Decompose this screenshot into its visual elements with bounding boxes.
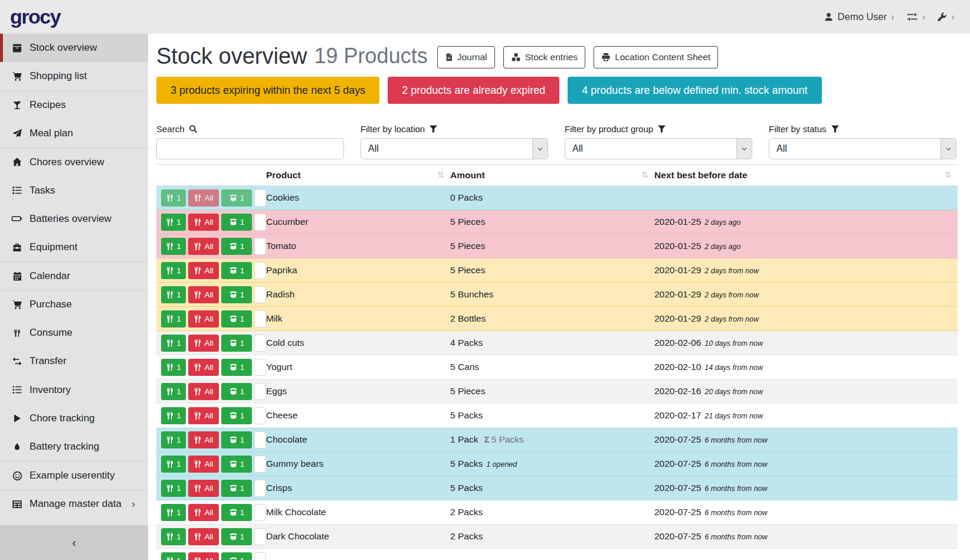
info-banner[interactable]: 4 products are below defined min. stock … <box>568 77 821 104</box>
open-one-button[interactable]: 1 <box>221 528 252 545</box>
consume-one-button[interactable]: 1 <box>161 286 186 303</box>
location-select[interactable]: All <box>361 138 548 159</box>
consume-all-button[interactable]: All <box>188 504 219 521</box>
open-one-button[interactable]: 1 <box>221 504 252 521</box>
row-menu-button[interactable] <box>254 238 266 255</box>
consume-one-button[interactable]: 1 <box>161 456 186 473</box>
location-content-sheet-button[interactable]: Location Content Sheet <box>594 46 718 68</box>
consume-one-button[interactable]: 1 <box>161 189 186 207</box>
product-cell[interactable]: Cheese <box>266 404 450 428</box>
consume-all-button[interactable]: All <box>188 431 219 448</box>
row-menu-button[interactable] <box>254 480 266 497</box>
product-cell[interactable]: Gummy bears <box>266 452 450 476</box>
consume-one-button[interactable]: 1 <box>161 480 186 497</box>
open-one-button[interactable]: 1 <box>221 310 252 328</box>
product-cell[interactable]: Dark Chocolate <box>266 525 450 549</box>
status-select[interactable]: All <box>769 138 956 159</box>
product-cell[interactable] <box>266 549 450 560</box>
consume-all-button[interactable]: All <box>188 189 219 207</box>
consume-one-button[interactable]: 1 <box>161 383 186 400</box>
product-cell[interactable]: Cold cuts <box>266 331 450 355</box>
sidebar-item-stock-overview[interactable]: Stock overview <box>0 34 148 62</box>
row-menu-button[interactable] <box>254 286 266 303</box>
sort-icon[interactable]: ⇅ <box>945 170 952 179</box>
open-one-button[interactable]: 1 <box>221 383 252 400</box>
product-cell[interactable]: Crisps <box>266 476 450 500</box>
consume-all-button[interactable]: All <box>188 262 219 279</box>
product-cell[interactable]: Chocolate <box>266 428 450 452</box>
sidebar-item-consume[interactable]: Consume <box>0 319 148 347</box>
settings-menu[interactable]: › <box>906 12 926 22</box>
consume-one-button[interactable]: 1 <box>161 504 186 521</box>
consume-all-button[interactable]: All <box>188 407 219 424</box>
product-column-header[interactable]: Product ⇅ <box>266 165 450 186</box>
row-menu-button[interactable] <box>254 335 266 352</box>
consume-one-button[interactable]: 1 <box>161 335 186 352</box>
open-one-button[interactable]: 1 <box>221 359 252 376</box>
open-one-button[interactable]: 1 <box>221 238 252 255</box>
row-menu-button[interactable] <box>254 528 266 545</box>
open-one-button[interactable]: 1 <box>221 456 252 473</box>
open-one-button[interactable]: 1 <box>221 407 252 424</box>
sidebar-item-recipes[interactable]: Recipes <box>0 91 148 119</box>
consume-all-button[interactable]: All <box>188 214 219 231</box>
consume-one-button[interactable]: 1 <box>161 214 186 231</box>
open-one-button[interactable]: 1 <box>221 189 252 207</box>
product-cell[interactable]: Milk Chocolate <box>266 500 450 525</box>
product-group-select[interactable]: All <box>565 138 752 159</box>
product-cell[interactable]: Tomato <box>266 234 450 258</box>
sidebar-item-equipment[interactable]: Equipment <box>0 233 148 261</box>
row-menu-button[interactable] <box>254 359 266 376</box>
consume-all-button[interactable]: All <box>188 238 219 255</box>
sort-icon[interactable]: ⇅ <box>437 170 444 179</box>
consume-all-button[interactable]: All <box>188 383 219 400</box>
open-one-button[interactable]: 1 <box>221 214 252 231</box>
amount-column-header[interactable]: Amount ⇅ <box>450 165 654 186</box>
product-cell[interactable]: Milk <box>266 307 450 331</box>
row-menu-button[interactable] <box>254 214 266 231</box>
product-cell[interactable]: Eggs <box>266 379 450 404</box>
open-one-button[interactable]: 1 <box>221 480 252 497</box>
consume-one-button[interactable]: 1 <box>161 431 186 448</box>
row-menu-button[interactable] <box>254 456 266 473</box>
journal-button[interactable]: Journal <box>437 46 495 68</box>
sidebar-item-shopping-list[interactable]: Shopping list <box>0 62 148 90</box>
sidebar-item-battery-tracking[interactable]: Battery tracking <box>0 433 148 461</box>
user-menu[interactable]: Demo User › <box>824 11 894 22</box>
consume-one-button[interactable]: 1 <box>161 310 186 328</box>
open-one-button[interactable]: 1 <box>221 552 252 560</box>
consume-one-button[interactable]: 1 <box>161 262 186 279</box>
row-menu-button[interactable] <box>254 189 266 207</box>
consume-one-button[interactable]: 1 <box>161 238 186 255</box>
open-one-button[interactable]: 1 <box>221 262 252 279</box>
sidebar-item-inventory[interactable]: Inventory <box>0 376 148 404</box>
sidebar-collapse-button[interactable]: ‹ <box>0 525 148 560</box>
sidebar-item-tasks[interactable]: Tasks <box>0 176 148 204</box>
consume-all-button[interactable]: All <box>188 480 219 497</box>
consume-all-button[interactable]: All <box>188 286 219 303</box>
consume-one-button[interactable]: 1 <box>161 552 186 560</box>
row-menu-button[interactable] <box>254 262 266 279</box>
row-menu-button[interactable] <box>254 431 266 448</box>
row-menu-button[interactable] <box>254 504 266 521</box>
admin-tools-menu[interactable]: › <box>937 12 955 22</box>
product-cell[interactable]: Paprika <box>266 258 450 283</box>
open-one-button[interactable]: 1 <box>221 286 252 303</box>
consume-all-button[interactable]: All <box>188 310 219 328</box>
consume-all-button[interactable]: All <box>188 359 219 376</box>
consume-all-button[interactable]: All <box>188 456 219 473</box>
consume-all-button[interactable]: All <box>188 552 219 560</box>
sidebar-item-manage-master-data[interactable]: Manage master data› <box>0 490 148 518</box>
danger-banner[interactable]: 2 products are already expired <box>388 77 559 104</box>
consume-one-button[interactable]: 1 <box>161 407 186 424</box>
search-input[interactable] <box>156 138 344 159</box>
product-cell[interactable]: Yogurt <box>266 355 450 379</box>
consume-one-button[interactable]: 1 <box>161 528 186 545</box>
stock-entries-button[interactable]: Stock entries <box>503 46 586 68</box>
warning-banner[interactable]: 3 products expiring within the next 5 da… <box>156 77 379 104</box>
sidebar-item-transfer[interactable]: Transfer <box>0 347 148 375</box>
open-one-button[interactable]: 1 <box>221 335 252 352</box>
open-one-button[interactable]: 1 <box>221 431 252 448</box>
row-menu-button[interactable] <box>254 552 266 560</box>
sidebar-item-chores-overview[interactable]: Chores overview <box>0 148 148 176</box>
